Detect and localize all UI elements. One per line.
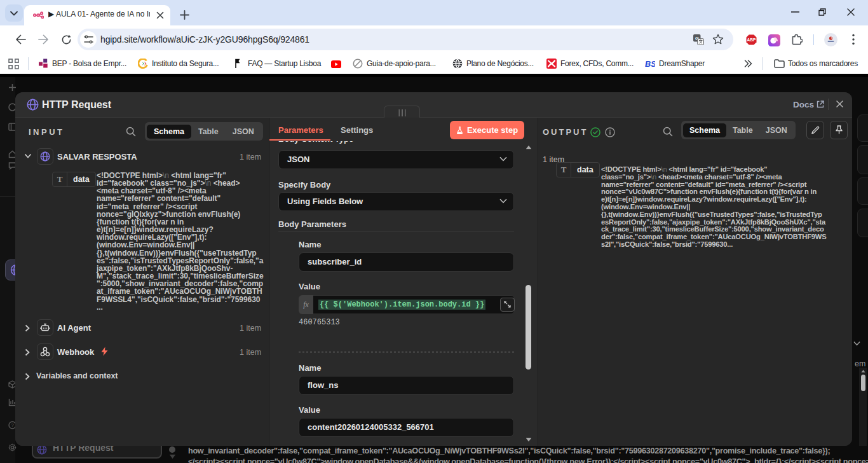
svg-text:ABP: ABP (747, 38, 757, 42)
svg-text:?: ? (11, 422, 14, 428)
svg-text:BS: BS (645, 60, 655, 69)
